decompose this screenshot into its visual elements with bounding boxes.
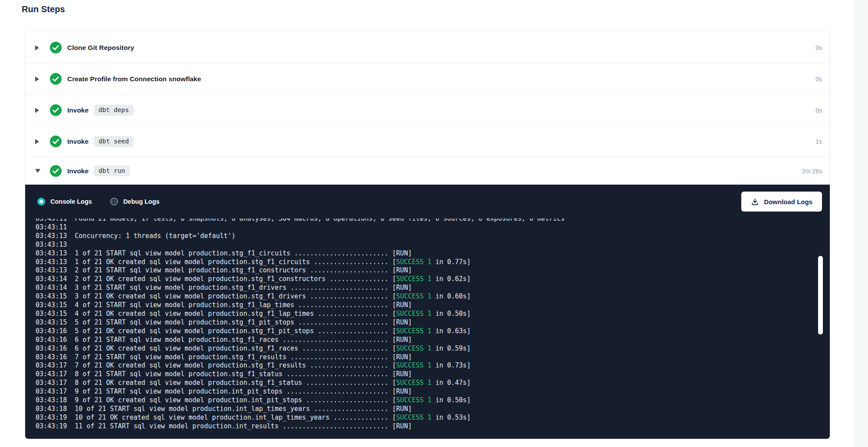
- radio-label: Debug Logs: [123, 198, 160, 205]
- caret-right-icon[interactable]: [35, 45, 40, 50]
- step-row-invokedbt-run[interactable]: Invokedbt run2m 26s: [25, 157, 830, 185]
- log-line: 03:43:14 2 of 21 OK created sql view mod…: [36, 275, 830, 284]
- log-success-token: SUCCESS 1: [396, 310, 431, 318]
- success-check-icon: [50, 104, 62, 116]
- step-row-invokedbt-seed[interactable]: Invokedbt seed1s: [25, 126, 830, 157]
- step-command-badge: dbt run: [94, 166, 130, 176]
- download-logs-label: Download Logs: [764, 198, 812, 205]
- log-line: 03:43:17 7 of 21 OK created sql view mod…: [36, 361, 830, 370]
- radio-label: Console Logs: [50, 198, 92, 205]
- success-check-icon: [50, 165, 62, 177]
- tab-debug-logs[interactable]: Debug Logs: [110, 198, 160, 205]
- console-header: Console LogsDebug Logs Download Logs: [25, 185, 830, 219]
- step-duration: 1s: [815, 138, 822, 145]
- page-title: Run Steps: [22, 4, 65, 14]
- step-duration: 0s: [815, 76, 822, 83]
- log-success-token: SUCCESS 1: [396, 414, 431, 421]
- log-success-token: SUCCESS 1: [396, 396, 431, 404]
- step-label: Invoke: [67, 106, 89, 114]
- caret-down-icon[interactable]: [35, 169, 40, 173]
- console-panel: Console LogsDebug Logs Download Logs 03:…: [25, 185, 830, 439]
- log-line: 03:43:19 11 of 21 START sql view model p…: [36, 422, 830, 431]
- log-line: 03:43:13 Concurrency: 1 threads (target=…: [36, 232, 830, 241]
- console-log-viewport: 03:43:11 Found 21 models, 17 tests, 0 sn…: [25, 219, 830, 435]
- log-line: 03:43:16 6 of 21 OK created sql view mod…: [36, 344, 830, 353]
- console-log: 03:43:11 Found 21 models, 17 tests, 0 sn…: [36, 219, 830, 431]
- log-line: 03:43:13 1 of 21 OK created sql view mod…: [36, 258, 830, 267]
- log-success-token: SUCCESS 1: [396, 258, 431, 266]
- radio-unselected-icon[interactable]: [110, 198, 118, 205]
- step-duration: 2m 26s: [802, 168, 822, 175]
- tab-console-logs[interactable]: Console Logs: [37, 198, 92, 205]
- log-line: 03:43:13 1 of 21 START sql view model pr…: [36, 249, 830, 258]
- success-check-icon: [50, 42, 62, 53]
- step-command-badge: dbt seed: [94, 136, 134, 147]
- step-label: Create Profile from Connection snowflake: [67, 75, 201, 83]
- step-duration: 0s: [815, 107, 822, 114]
- log-line: 03:43:14 3 of 21 START sql view model pr…: [36, 284, 830, 292]
- step-duration: 0s: [815, 44, 822, 51]
- log-line: 03:43:18 10 of 21 START sql view model p…: [36, 405, 830, 414]
- step-label: Clone Git Repository: [67, 44, 134, 52]
- step-label: Invoke: [67, 138, 89, 146]
- console-scrollbar-thumb[interactable]: [818, 256, 823, 334]
- log-line: 03:43:15 3 of 21 OK created sql view mod…: [36, 292, 830, 301]
- log-line: 03:43:16 6 of 21 START sql view model pr…: [36, 336, 830, 344]
- download-logs-button[interactable]: Download Logs: [741, 192, 822, 212]
- step-row-invokedbt-deps[interactable]: Invokedbt deps0s: [25, 95, 830, 126]
- log-success-token: SUCCESS 1: [396, 379, 431, 387]
- step-command-badge: dbt deps: [94, 105, 134, 116]
- caret-right-icon[interactable]: [35, 139, 40, 144]
- run-steps-card: Clone Git Repository0sCreate Profile fro…: [25, 32, 830, 439]
- log-line: 03:43:17 8 of 21 START sql view model pr…: [36, 370, 830, 379]
- log-success-token: SUCCESS 1: [396, 275, 431, 283]
- log-line: 03:43:15 4 of 21 OK created sql view mod…: [36, 310, 830, 318]
- caret-right-icon[interactable]: [35, 76, 40, 82]
- log-line: 03:43:18 9 of 21 OK created sql view mod…: [36, 396, 830, 405]
- log-line: 03:43:11 Found 21 models, 17 tests, 0 sn…: [36, 219, 830, 223]
- step-label: Invoke: [67, 167, 89, 175]
- log-line: 03:43:16 5 of 21 OK created sql view mod…: [36, 327, 830, 336]
- log-line: 03:43:17 9 of 21 START sql view model pr…: [36, 387, 830, 396]
- step-row-create-profile-from-connection-snowflake[interactable]: Create Profile from Connection snowflake…: [25, 63, 830, 95]
- log-line: 03:43:13 2 of 21 START sql view model pr…: [36, 266, 830, 275]
- log-success-token: SUCCESS 1: [396, 344, 431, 352]
- download-icon: [751, 198, 759, 206]
- step-row-clone-git-repository[interactable]: Clone Git Repository0s: [25, 32, 830, 63]
- run-steps-list: Clone Git Repository0sCreate Profile fro…: [25, 32, 830, 185]
- log-success-token: SUCCESS 1: [396, 292, 431, 300]
- log-line: 03:43:15 4 of 21 START sql view model pr…: [36, 301, 830, 310]
- log-tabs: Console LogsDebug Logs: [37, 198, 178, 205]
- success-check-icon: [50, 73, 62, 85]
- log-line: 03:43:15 5 of 21 START sql view model pr…: [36, 318, 830, 327]
- caret-right-icon[interactable]: [35, 108, 40, 113]
- log-line: 03:43:11: [36, 223, 830, 232]
- log-line: 03:43:16 7 of 21 START sql view model pr…: [36, 353, 830, 362]
- radio-selected-icon[interactable]: [37, 198, 45, 205]
- success-check-icon: [50, 136, 62, 147]
- content-right-gutter: [855, 0, 868, 447]
- log-success-token: SUCCESS 1: [396, 361, 431, 369]
- log-line: 03:43:19 10 of 21 OK created sql view mo…: [36, 414, 830, 422]
- log-success-token: SUCCESS 1: [396, 327, 431, 335]
- log-line: 03:43:17 8 of 21 OK created sql view mod…: [36, 379, 830, 387]
- log-line: 03:43:13: [36, 241, 830, 249]
